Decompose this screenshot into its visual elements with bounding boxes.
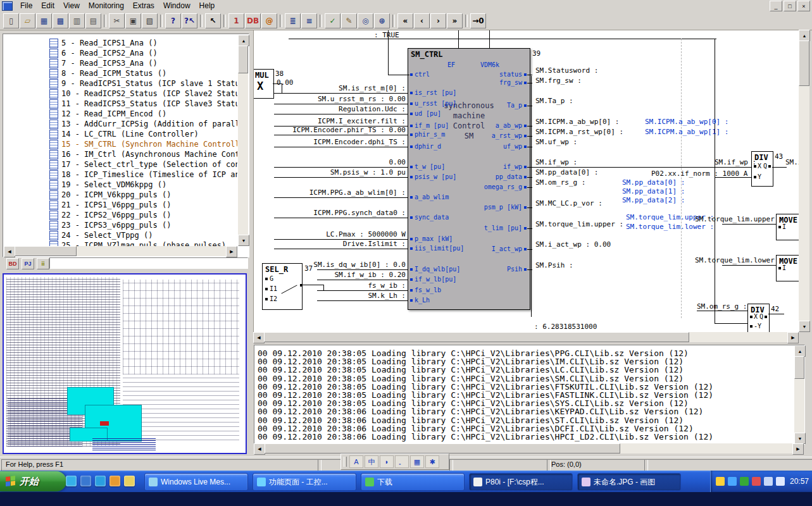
save-button[interactable]: ▦ xyxy=(36,13,52,28)
tree-item[interactable]: 16 - IM_Ctrl (Asynchronous Machine Contr… xyxy=(4,149,237,159)
taskbar-task[interactable]: 功能页面 - 工控... xyxy=(253,473,356,491)
tree-item[interactable]: 24 - Select_VTppg () xyxy=(4,230,237,240)
minimize-button[interactable]: _ xyxy=(770,1,782,11)
copy-button[interactable]: ▣ xyxy=(125,13,141,28)
tree-item[interactable]: 12 - Read_ICPM_Encod () xyxy=(4,109,237,119)
scroll-left-button[interactable]: ◀ xyxy=(4,246,15,257)
quicklaunch-folder[interactable] xyxy=(124,476,135,486)
tree-item[interactable]: 23 - ICPS3_v6ppg_puls () xyxy=(4,220,237,230)
scroll-left-button[interactable]: ◀ xyxy=(254,443,265,455)
menu-monitoring[interactable]: Monitoring xyxy=(84,0,128,12)
log-panel[interactable]: 00 09.12.2010 20:38:05 Loading library C… xyxy=(254,345,805,445)
tree-item[interactable]: 19 - Select_VDM6kppg () xyxy=(4,180,237,190)
ime-settings-icon[interactable]: ✱ xyxy=(425,455,439,468)
div-function-block[interactable]: DIV X Y Q xyxy=(751,151,773,187)
list-view-button[interactable]: ≣ xyxy=(285,13,301,28)
panel-tab-bd[interactable]: BD xyxy=(6,258,19,269)
sel-r-function-block[interactable]: SEL_R G I1 I2 xyxy=(262,263,303,310)
tree-item[interactable]: 9 - ReadICPS1_Status (ICP slave 1 Status… xyxy=(4,78,237,89)
new-file-button[interactable]: ▯ xyxy=(3,13,19,28)
symbol-search-input[interactable] xyxy=(49,257,248,269)
scroll-up-button[interactable]: ▲ xyxy=(238,35,249,46)
scroll-down-button[interactable]: ▼ xyxy=(794,433,806,444)
tree-item[interactable]: 22 - ICPS2_V6ppg_puls () xyxy=(4,210,237,220)
scrollbar-thumb[interactable] xyxy=(238,46,248,73)
nav-last-button[interactable]: » xyxy=(447,13,463,28)
schematic-overview[interactable] xyxy=(3,273,247,454)
edit-button[interactable]: ✎ xyxy=(341,13,357,28)
scrollbar-thumb[interactable] xyxy=(15,246,77,256)
div-function-block[interactable]: DIV X -Y Q xyxy=(747,304,770,333)
ime-punctuation-icon[interactable]: 。 xyxy=(395,455,409,468)
scrollbar-thumb[interactable] xyxy=(799,40,809,86)
scroll-down-button[interactable]: ▼ xyxy=(238,235,249,246)
tree-item[interactable]: 25 - ICPM_VZlmag_puls (phase pulses) xyxy=(4,240,237,246)
menu-file[interactable]: File xyxy=(16,0,37,12)
mul-function-block[interactable]: MUL X xyxy=(253,69,274,99)
tree-item[interactable]: 10 - ReadICPS2_Status (ICP Slave2 Status… xyxy=(4,89,237,99)
tree-item[interactable]: 14 - LC_CTRL (Line Controller) xyxy=(4,129,237,139)
ime-toolbar[interactable]: A中◗。▦✱ xyxy=(340,454,449,470)
canvas-vertical-scrollbar[interactable]: ▲ ▼ xyxy=(799,30,809,332)
scrollbar-thumb[interactable] xyxy=(264,332,689,342)
menu-edit[interactable]: Edit xyxy=(37,0,59,12)
tray-alert[interactable] xyxy=(752,477,761,486)
scroll-right-button[interactable]: ▶ xyxy=(792,443,804,455)
quicklaunch-media-player[interactable] xyxy=(109,476,120,486)
export-button[interactable]: ▥ xyxy=(69,13,85,28)
context-help-button[interactable]: ?↖ xyxy=(182,13,197,28)
quicklaunch-messenger[interactable] xyxy=(66,476,77,486)
nav-next-button[interactable]: › xyxy=(430,13,446,28)
scroll-up-button[interactable]: ▲ xyxy=(799,30,810,41)
canvas-horizontal-scrollbar[interactable]: ◀ ▶ xyxy=(253,332,799,342)
diagram-canvas[interactable]: SM_CTRL EF VDM6k synchronous machine Con… xyxy=(253,30,799,333)
monitor-button[interactable]: 1 xyxy=(228,13,244,28)
signal-button[interactable]: @ xyxy=(261,13,277,28)
paste-button[interactable]: ▧ xyxy=(142,13,158,28)
close-button[interactable]: × xyxy=(797,1,810,11)
tree-item[interactable]: 7 - Read_ICPS3_Ana () xyxy=(4,58,237,68)
panel-tab-pj[interactable]: PJ xyxy=(22,258,34,269)
tree-item[interactable]: 5 - Read_ICPS1_Ana () xyxy=(4,38,237,48)
scroll-right-button[interactable]: ▶ xyxy=(787,332,799,343)
taskbar-task[interactable]: Windows Live Mes... xyxy=(144,473,248,491)
scrollbar-thumb[interactable] xyxy=(265,443,620,454)
tree-item[interactable]: 15 - SM_CTRL (Synchron Machine Controlle… xyxy=(4,139,237,149)
database-button[interactable]: DB xyxy=(245,13,261,28)
print-button[interactable]: ▤ xyxy=(85,13,101,28)
link-button[interactable]: ⊕ xyxy=(374,13,390,28)
ime-language-icon[interactable]: 中 xyxy=(365,455,378,468)
tree-horizontal-scrollbar[interactable]: ◀ ▶ xyxy=(4,246,237,256)
scroll-down-button[interactable]: ▼ xyxy=(799,321,810,332)
scroll-right-button[interactable]: ▶ xyxy=(226,246,237,257)
scroll-left-button[interactable]: ◀ xyxy=(253,332,265,343)
panel-tab-ii[interactable]: ii xyxy=(37,258,49,269)
taskbar-task[interactable]: P80i - [F:\csp程... xyxy=(469,473,573,491)
menu-extras[interactable]: Extras xyxy=(128,0,159,12)
taskbar-task[interactable]: 下载 xyxy=(361,473,465,491)
tree-item[interactable]: 17 - Select_ctrl_type (Selection of cont… xyxy=(4,159,237,170)
tree-item[interactable]: 18 - ICP_Timeslice (Timeslice of ICP and… xyxy=(4,170,237,180)
menu-view[interactable]: View xyxy=(59,0,84,12)
ime-halfwidth-icon[interactable]: ◗ xyxy=(380,455,394,468)
grid-view-button[interactable]: ≡ xyxy=(301,13,317,28)
select-arrow-button[interactable]: ↖ xyxy=(205,13,221,28)
ime-softkeyboard-icon[interactable]: ▦ xyxy=(410,455,424,468)
tray-thunder[interactable] xyxy=(716,477,725,486)
menu-help[interactable]: Help xyxy=(195,0,220,12)
quicklaunch-ie[interactable] xyxy=(95,476,106,486)
accept-button[interactable]: ✓ xyxy=(325,13,340,28)
function-tree-panel[interactable]: 5 - Read_ICPS1_Ana ()6 - Read_ICPS2_Ana … xyxy=(3,34,249,257)
tray-antivirus[interactable] xyxy=(740,477,749,486)
ime-drag-handle[interactable] xyxy=(344,457,347,467)
taskbar-clock[interactable]: 20:57 xyxy=(790,477,809,486)
tree-item[interactable]: 11 - ReadICPS3_Status (ICP Slave3 Status… xyxy=(4,99,237,109)
log-vertical-scrollbar[interactable]: ▲ ▼ xyxy=(794,345,804,444)
maximize-button[interactable]: □ xyxy=(784,1,796,11)
tree-item[interactable]: 13 - AddCurr_ICPSig (Addition of paralle… xyxy=(4,119,237,129)
ime-input-style-icon[interactable]: A xyxy=(349,455,363,468)
start-button[interactable]: 开始 xyxy=(0,471,66,491)
menu-window[interactable]: Window xyxy=(159,0,195,12)
taskbar-task[interactable]: 未命名.JPG - 画图 xyxy=(577,473,681,491)
tree-item[interactable]: 20 - ICPM_V6kppg_puls () xyxy=(4,190,237,200)
